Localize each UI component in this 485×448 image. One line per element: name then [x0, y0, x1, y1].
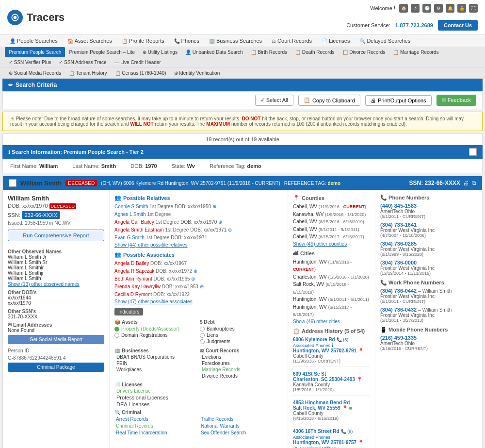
mobile-phone-1-number[interactable]: (216) 459-1335: [380, 335, 417, 341]
asset-property: Property (Deeds/Assessor): [114, 326, 197, 332]
search-info-header: Search Information: Premium People Searc…: [12, 149, 144, 155]
work-phone-2-number[interactable]: (304) 736-0432: [380, 307, 417, 313]
subnav2-social-media[interactable]: ⊕ Social Media Records: [5, 68, 65, 78]
subnav2-tenant-history[interactable]: 📋 Tenant History: [65, 68, 111, 78]
subnav2-identity[interactable]: ⊕ Identity Verification: [170, 68, 224, 78]
refresh-icon[interactable]: ↺: [411, 4, 420, 13]
phone-4-dates: (12/19/2014 - 11/11/2016): [380, 271, 477, 276]
associate-5[interactable]: Cecilia D Rymont DOB: xx/xx/1922: [114, 291, 283, 299]
home-icon[interactable]: 🏠: [399, 4, 408, 13]
social-media-report-button[interactable]: Get Social Media Report: [8, 335, 104, 344]
address-1-county: Cabell County: [293, 353, 370, 359]
phone-3-carrier: Frontier West Virginia Inc: [380, 247, 477, 252]
show-more-relatives[interactable]: Show (44) other possible relatives: [114, 242, 188, 248]
nav-business-searches[interactable]: 🏢Business Searches: [204, 35, 267, 47]
nav-asset-searches[interactable]: 🏠Asset Searches: [63, 35, 117, 47]
subnav-birth[interactable]: 📋 Birth Records: [247, 47, 291, 57]
work-phone-1-number[interactable]: (304) 736-0442: [380, 288, 417, 294]
show-more-associates[interactable]: Show (47) other possible associates: [114, 299, 193, 304]
copy-clipboard-button[interactable]: 📋 Copy to Clipboard: [298, 95, 360, 106]
biz-fein: FEIN: [114, 361, 197, 366]
phone-2-number[interactable]: (304) 733-1641: [380, 222, 417, 228]
phone-link[interactable]: 1-877-723-2689: [395, 22, 433, 28]
show-other-names-link[interactable]: Show (13) other observed names: [8, 282, 80, 287]
subnav-ssn-verifier[interactable]: ✓ SSN Verifier Plus: [5, 57, 55, 67]
show-more-counties[interactable]: Show (49) other counties: [293, 241, 347, 247]
nav-profile-reports[interactable]: 📋Profile Reports: [117, 35, 169, 47]
nav-delayed-searches[interactable]: 🔍Delayed Searches: [355, 35, 415, 47]
subnav2-census[interactable]: 📋 Census (1780-1940): [111, 68, 170, 78]
phone-1-number[interactable]: (440) 845-1583: [380, 203, 417, 209]
relatives-section: 👥Possible Relatives Connie S Smith 1st D…: [114, 195, 283, 248]
relative-2[interactable]: Agnes L Smith 1st Degree: [114, 211, 283, 218]
crim-warrants-link[interactable]: National Warrants: [201, 423, 240, 429]
address-1-info-icon[interactable]: ℹ: [332, 343, 334, 348]
relative-4[interactable]: Angela Smith Eastham 1st Degree DOB: xx/…: [114, 226, 283, 234]
phone-3-number[interactable]: (304) 736-0285: [380, 241, 417, 247]
relative-1[interactable]: Connie S Smith 1st Degree DOB: xx/xx/195…: [114, 203, 283, 211]
drivers-license-link[interactable]: Driver's License: [116, 388, 151, 394]
settings-icon[interactable]: ⚙: [434, 4, 443, 13]
run-comprehensive-button[interactable]: Run Comprehensive Report: [8, 230, 104, 241]
court-marriage-link[interactable]: Marriage Records: [202, 367, 240, 372]
biz-fein-label: FEIN: [116, 361, 128, 366]
address-4-utilities[interactable]: 🔌 Associated Utilities: [293, 446, 336, 448]
logo-area: Tracers: [7, 10, 65, 25]
subnav-death[interactable]: 📋 Death Records: [291, 47, 338, 57]
nav-people-searches[interactable]: 👤People Searches: [5, 35, 63, 47]
associate-4[interactable]: Brenda Kay Hawryliw DOB: xx/xx/1953 ⊕: [114, 283, 283, 291]
nav-court-records[interactable]: ⚖Court Records: [267, 35, 317, 47]
address-3: 4853 Hinchman Bend Rd Salt Rock, WV 2555…: [293, 399, 370, 424]
clock-icon[interactable]: 🕐: [422, 4, 431, 13]
crim-incarceration-link[interactable]: Real Time Incarceration: [116, 430, 167, 435]
cities-title: 🏙 Cities: [293, 250, 370, 256]
criminal-package-button[interactable]: Criminal Package: [8, 363, 104, 372]
first-name-value: William: [39, 163, 58, 169]
associate-2[interactable]: Angela R Sapczak DOB: xx/xx/1972 ⊕: [114, 267, 283, 275]
subnav-ssn-address[interactable]: ✓ SSN Address Trace: [55, 57, 110, 67]
feedback-button[interactable]: ✉ Feedback: [436, 95, 476, 106]
indicators-button[interactable]: Indicators: [114, 308, 143, 315]
search-info-checkbox[interactable]: ✓: [469, 148, 477, 156]
asset-property-link[interactable]: Property (Deeds/Assessor): [121, 326, 179, 332]
print-result-icon[interactable]: 🖨: [463, 180, 469, 186]
associate-3[interactable]: Beth Ann Rymont DOB: xx/xx/1965 ⊕: [114, 275, 283, 283]
relative-3[interactable]: Angela Gail Bailey 1st Degree DOB: xx/xx…: [114, 218, 283, 226]
select-all-button[interactable]: ✓ Select All: [255, 95, 293, 106]
relatives-title: 👥Possible Relatives: [114, 195, 283, 201]
nav-licenses[interactable]: 📄Licenses: [317, 35, 355, 47]
phone-1-dates: (5/1/2011 - CURRENT): [380, 214, 477, 219]
phone-4-number[interactable]: (304) 736-0000: [380, 260, 417, 265]
result-checkbox[interactable]: [9, 179, 16, 187]
address-3-link[interactable]: 4853 Hinchman Bend Rd: [293, 400, 350, 405]
nav-phones[interactable]: 📞Phones: [169, 35, 204, 47]
dob-deceased-badge: DECEASED: [49, 203, 77, 209]
crim-traffic-link[interactable]: Traffic Records: [201, 416, 233, 422]
subnav-divorce[interactable]: 📋 Divorce Records: [339, 47, 389, 57]
crim-criminal-link[interactable]: Criminal Records: [116, 423, 153, 429]
associate-1[interactable]: Angela D Bailey DOB: xx/xx/1967: [114, 260, 283, 267]
subnav-unbanked[interactable]: 👤 Unbanked Data Search: [181, 47, 247, 57]
subnav-utility-listings[interactable]: ⊕ Utility Listings: [139, 47, 181, 57]
asset-domain: Domain Registrations: [114, 332, 197, 338]
show-more-cities[interactable]: Show (49) other cities: [293, 319, 340, 324]
subnav-live-credit[interactable]: — Live Credit Header: [111, 57, 165, 67]
court-divorce: Divorce Records: [200, 373, 283, 379]
crim-sex-offender-link[interactable]: Sex Offender Search: [201, 430, 246, 435]
bell-icon[interactable]: 🔔: [446, 4, 454, 13]
svg-point-1: [14, 16, 17, 19]
fullscreen-icon[interactable]: ⛶: [469, 4, 478, 13]
subnav-premium-people-search[interactable]: Premium People Search: [5, 47, 65, 57]
subnav-marriage[interactable]: 📋 Marriage Records: [389, 47, 442, 57]
lock-icon[interactable]: 🔒: [457, 4, 466, 13]
copy-result-icon[interactable]: ⧉: [472, 180, 476, 186]
crim-arrest-link[interactable]: Arrest Records: [116, 416, 148, 422]
copy-icon: 📋: [304, 97, 310, 103]
relative-5[interactable]: Evan G Smith 1st Degree DOB: xx/xx/1971: [114, 234, 283, 242]
subnav-premium-lite[interactable]: Premium People Search – Lite: [65, 47, 139, 57]
address-2-link[interactable]: 609 41St Se St: [293, 371, 326, 377]
print-output-button[interactable]: 🖨 Print/Output Options: [365, 95, 432, 106]
contact-button[interactable]: Contact Us: [438, 20, 478, 31]
address-1-link[interactable]: 6006 Kylemore Rd: [293, 337, 335, 342]
address-4-link[interactable]: 4306 16Th Street Rd: [293, 429, 340, 434]
